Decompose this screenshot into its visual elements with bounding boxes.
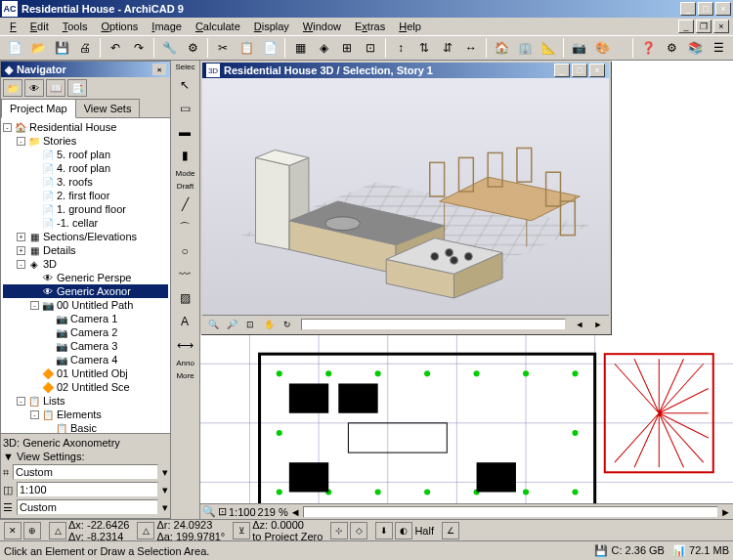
tree-item[interactable]: -📋Lists: [3, 394, 168, 408]
menu-calculate[interactable]: Calculate: [190, 19, 246, 34]
tree-item[interactable]: 📄4. roof plan: [3, 161, 168, 175]
library-icon[interactable]: 📚: [684, 37, 706, 59]
polyline-tool[interactable]: 〰: [171, 263, 198, 286]
tree-item[interactable]: 📋Basic: [3, 421, 168, 433]
tree-item[interactable]: 📄-1. cellar: [3, 216, 168, 230]
scale-field[interactable]: 1:100: [17, 482, 158, 497]
tree-toggle[interactable]: +: [17, 246, 25, 255]
3d-minimize-button[interactable]: _: [554, 64, 570, 77]
menu-image[interactable]: Image: [146, 19, 188, 34]
tool-button-9[interactable]: ↔: [460, 37, 482, 59]
tree-item[interactable]: 📷Camera 2: [3, 325, 168, 339]
tree-item[interactable]: 📷Camera 3: [3, 339, 168, 353]
tree-item[interactable]: 🔶01 Untitled Obj: [3, 366, 168, 380]
project-tree[interactable]: -🏠Residential House-📁Stories📄5. roof pla…: [1, 118, 170, 433]
pan-button[interactable]: ✋: [260, 317, 278, 332]
3d-scrollbar[interactable]: [301, 319, 566, 330]
coord-lock-icon[interactable]: ⊕: [23, 522, 41, 539]
tree-item[interactable]: +▦Sections/Elevations: [3, 230, 168, 243]
menu-window[interactable]: Window: [297, 19, 347, 34]
menu-tools[interactable]: Tools: [57, 19, 94, 34]
tree-toggle[interactable]: +: [17, 233, 25, 241]
custom-field-2[interactable]: Custom: [17, 499, 158, 515]
2d-scrollbar[interactable]: [303, 506, 718, 518]
tree-toggle[interactable]: -: [17, 397, 25, 406]
coord-x-icon[interactable]: ✕: [4, 522, 22, 539]
new-button[interactable]: 📄: [4, 37, 25, 59]
navigator-close-button[interactable]: ×: [152, 64, 166, 75]
2d-scroll-right[interactable]: ►: [720, 506, 731, 518]
tool-button-2[interactable]: ⚙: [182, 37, 203, 59]
3d-subwindow-titlebar[interactable]: 3D Residential House 3D / Selection, Sto…: [202, 63, 609, 78]
menu-extras[interactable]: Extras: [349, 19, 391, 34]
print-button[interactable]: 🖨: [74, 37, 96, 59]
mdi-minimize-button[interactable]: _: [678, 20, 694, 33]
arc-tool[interactable]: ⌒: [171, 216, 198, 239]
tree-item[interactable]: -📋Elements: [3, 408, 168, 421]
tree-toggle[interactable]: -: [30, 301, 39, 310]
tab-view-sets[interactable]: View Sets: [75, 99, 141, 117]
dropdown-icon[interactable]: ▾: [162, 484, 168, 496]
menu-edit[interactable]: Edit: [24, 19, 55, 34]
3d-viewport[interactable]: [202, 78, 609, 315]
nav-mode-3[interactable]: 📖: [46, 79, 65, 97]
tree-item[interactable]: 📄2. first floor: [3, 189, 168, 202]
dropdown-icon[interactable]: ▾: [162, 466, 168, 479]
mdi-close-button[interactable]: ×: [713, 20, 729, 33]
redo-button[interactable]: ↷: [128, 37, 150, 59]
menu-file[interactable]: F: [4, 19, 22, 34]
2d-zoom-button[interactable]: 🔍: [202, 505, 216, 518]
tool-button-5[interactable]: ⊡: [360, 37, 381, 59]
floorplan-view[interactable]: [200, 334, 733, 519]
nav-mode-4[interactable]: 📑: [67, 79, 87, 97]
tool-button-1[interactable]: 🔧: [158, 37, 180, 59]
3d-close-button[interactable]: ×: [589, 64, 605, 77]
half-icon[interactable]: ◐: [395, 522, 412, 539]
help-icon[interactable]: ❓: [637, 37, 659, 59]
view-button-1[interactable]: 🏠: [491, 37, 512, 59]
snap-icon-2[interactable]: ◇: [350, 522, 367, 539]
tree-item[interactable]: -◈3D: [3, 257, 168, 271]
tree-item[interactable]: 📄5. roof plan: [3, 148, 168, 161]
nav-mode-2[interactable]: 👁: [24, 79, 44, 97]
tree-item[interactable]: 📷Camera 1: [3, 312, 168, 325]
fill-tool[interactable]: ▨: [171, 286, 198, 310]
wall-tool[interactable]: ▬: [171, 120, 198, 144]
tool-button-8[interactable]: ⇵: [437, 37, 458, 59]
tree-item[interactable]: 🔶02 Untitled Sce: [3, 380, 168, 394]
camera-button[interactable]: 📷: [568, 37, 589, 59]
copy-button[interactable]: 📋: [236, 37, 257, 59]
dimension-tool[interactable]: ⟷: [171, 333, 198, 357]
dropdown-icon[interactable]: ▾: [162, 501, 168, 514]
mdi-restore-button[interactable]: ❐: [696, 20, 711, 33]
zoom-out-button[interactable]: 🔎: [223, 317, 240, 332]
layers-icon[interactable]: ☰: [708, 37, 729, 59]
circle-tool[interactable]: ○: [171, 239, 198, 263]
tool-button-6[interactable]: ↕: [390, 37, 411, 59]
open-button[interactable]: 📂: [27, 37, 49, 59]
menu-display[interactable]: Display: [248, 19, 295, 34]
scroll-left-button[interactable]: ◄: [571, 317, 588, 332]
2d-fit-button[interactable]: ⊡: [218, 505, 227, 518]
close-button[interactable]: ×: [715, 2, 731, 16]
tree-toggle[interactable]: -: [17, 260, 25, 269]
paste-button[interactable]: 📄: [259, 37, 280, 59]
coord-toggle-icon[interactable]: △: [49, 522, 66, 539]
tree-item[interactable]: -📁Stories: [3, 134, 168, 148]
tree-toggle[interactable]: -: [30, 410, 39, 419]
tree-item[interactable]: 📷Camera 4: [3, 353, 168, 366]
zoom-in-button[interactable]: 🔍: [204, 317, 222, 332]
tree-item[interactable]: 📄3. roofs: [3, 175, 168, 189]
cut-button[interactable]: ✂: [212, 37, 234, 59]
tab-project-map[interactable]: Project Map: [1, 99, 76, 118]
menu-help[interactable]: Help: [393, 19, 427, 34]
tree-toggle[interactable]: -: [17, 137, 25, 146]
tree-item[interactable]: -📷00 Untitled Path: [3, 298, 168, 312]
snap-icon-1[interactable]: ⊹: [330, 522, 348, 539]
tree-item[interactable]: 👁Generic Axonor: [3, 284, 168, 298]
undo-button[interactable]: ↶: [105, 37, 126, 59]
save-button[interactable]: 💾: [51, 37, 72, 59]
tree-item[interactable]: 👁Generic Perspe: [3, 271, 168, 284]
tree-item[interactable]: 📄1. ground floor: [3, 202, 168, 216]
column-tool[interactable]: ▮: [171, 144, 198, 167]
